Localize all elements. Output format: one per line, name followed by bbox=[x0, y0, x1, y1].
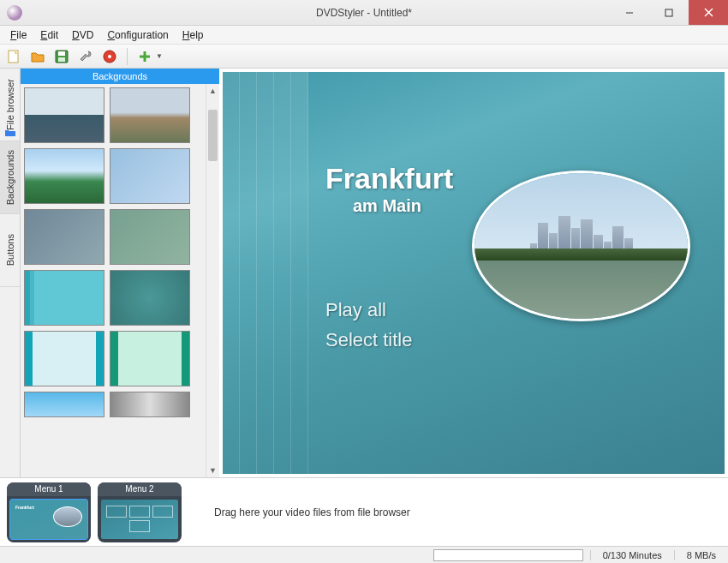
folder-icon bbox=[4, 129, 16, 137]
preview-image-ellipse[interactable] bbox=[472, 171, 690, 321]
menu-file[interactable]: File bbox=[3, 27, 33, 43]
menu-thumb-1[interactable]: Menu 1 Frankfurt bbox=[7, 482, 91, 542]
play-all-button[interactable]: Play all bbox=[325, 299, 386, 321]
new-button[interactable] bbox=[3, 46, 24, 67]
bg-thumb-9[interactable] bbox=[24, 331, 104, 386]
backgrounds-grid bbox=[21, 84, 206, 477]
bg-thumb-7[interactable] bbox=[24, 270, 104, 326]
menu-bar: File Edit DVD Configuration Help bbox=[0, 26, 728, 45]
maximize-icon bbox=[665, 9, 673, 17]
window-controls bbox=[610, 0, 728, 25]
status-bar: 0/130 Minutes 8 MB/s bbox=[0, 546, 728, 563]
menu-thumb-2-preview bbox=[101, 500, 178, 539]
drag-hint: Drag here your video files from file bro… bbox=[214, 506, 410, 518]
bg-thumb-3[interactable] bbox=[24, 148, 104, 204]
close-button[interactable] bbox=[689, 0, 728, 25]
tab-file-browser[interactable]: File browser bbox=[0, 69, 20, 141]
preview-trees bbox=[474, 249, 688, 261]
menu-thumb-1-preview: Frankfurt bbox=[10, 500, 87, 539]
toolbar-separator bbox=[127, 48, 128, 65]
bg-thumb-8[interactable] bbox=[110, 270, 190, 326]
preview-area: Frankfurt am Main Play all Select title bbox=[219, 69, 728, 477]
bg-thumb-10[interactable] bbox=[110, 331, 190, 386]
scroll-down-icon[interactable]: ▼ bbox=[206, 464, 219, 477]
minimize-button[interactable] bbox=[610, 0, 649, 25]
preview-sky bbox=[474, 173, 688, 261]
select-title-button[interactable]: Select title bbox=[325, 329, 413, 351]
svg-rect-8 bbox=[58, 57, 65, 62]
backgrounds-scrollbar[interactable]: ▲ ▼ bbox=[206, 84, 219, 477]
status-minutes: 0/130 Minutes bbox=[590, 550, 674, 560]
svg-point-10 bbox=[108, 55, 111, 58]
toolbar: ▼ bbox=[0, 45, 728, 69]
bg-thumb-11[interactable] bbox=[24, 392, 104, 417]
tab-buttons[interactable]: Buttons bbox=[0, 214, 20, 287]
timeline[interactable]: Menu 1 Frankfurt Menu 2 Drag here your v… bbox=[0, 477, 728, 546]
burn-button[interactable] bbox=[99, 46, 120, 67]
disc-usage-progress bbox=[433, 549, 583, 561]
backgrounds-scroll: ▲ ▼ bbox=[21, 84, 219, 477]
maximize-button[interactable] bbox=[649, 0, 689, 25]
svg-rect-4 bbox=[9, 51, 18, 63]
preview-title[interactable]: Frankfurt bbox=[325, 162, 453, 195]
bg-thumb-2[interactable] bbox=[110, 87, 190, 143]
main-area: File browser Backgrounds Buttons Backgro… bbox=[0, 69, 728, 477]
burn-disc-icon bbox=[102, 49, 117, 64]
title-bar: DVDStyler - Untitled* bbox=[0, 0, 728, 26]
open-folder-icon bbox=[30, 49, 45, 64]
svg-rect-7 bbox=[58, 51, 65, 56]
preview-stripes bbox=[223, 72, 308, 474]
scroll-up-icon[interactable]: ▲ bbox=[206, 84, 219, 98]
save-icon bbox=[54, 49, 69, 64]
tab-backgrounds[interactable]: Backgrounds bbox=[0, 141, 20, 214]
preview-subtitle[interactable]: am Main bbox=[353, 196, 421, 216]
backgrounds-header: Backgrounds bbox=[21, 69, 219, 84]
minimize-icon bbox=[625, 9, 634, 17]
add-icon bbox=[137, 49, 152, 64]
menu-configuration[interactable]: Configuration bbox=[100, 27, 175, 43]
menu-thumb-2[interactable]: Menu 2 bbox=[98, 482, 182, 542]
menu-help[interactable]: Help bbox=[176, 27, 211, 43]
tab-file-browser-label: File browser bbox=[5, 79, 15, 130]
bg-thumb-4[interactable] bbox=[110, 148, 190, 204]
menu-thumb-2-label: Menu 2 bbox=[98, 482, 182, 496]
add-dropdown[interactable]: ▼ bbox=[155, 46, 164, 67]
backgrounds-panel: Backgrounds ▲ ▼ bbox=[21, 69, 219, 477]
side-tabs: File browser Backgrounds Buttons bbox=[0, 69, 21, 477]
save-button[interactable] bbox=[51, 46, 72, 67]
bg-thumb-5[interactable] bbox=[24, 209, 104, 265]
open-button[interactable] bbox=[27, 46, 48, 67]
bg-thumb-1[interactable] bbox=[24, 87, 104, 143]
close-icon bbox=[704, 8, 713, 17]
add-button-group: ▼ bbox=[134, 46, 164, 67]
tab-buttons-label: Buttons bbox=[5, 234, 15, 266]
svg-rect-1 bbox=[665, 9, 672, 16]
bg-thumb-12[interactable] bbox=[110, 392, 190, 417]
scrollbar-thumb[interactable] bbox=[208, 110, 218, 161]
status-bitrate: 8 MB/s bbox=[674, 550, 728, 560]
settings-button[interactable] bbox=[75, 46, 96, 67]
add-button[interactable] bbox=[134, 46, 155, 67]
app-icon bbox=[7, 5, 22, 21]
menu-preview[interactable]: Frankfurt am Main Play all Select title bbox=[223, 72, 725, 474]
tab-backgrounds-label: Backgrounds bbox=[5, 150, 15, 205]
wrench-icon bbox=[78, 49, 93, 64]
new-file-icon bbox=[6, 49, 21, 64]
menu-thumb-1-label: Menu 1 bbox=[7, 482, 91, 496]
menu-edit[interactable]: Edit bbox=[33, 27, 65, 43]
menu-dvd[interactable]: DVD bbox=[65, 27, 100, 43]
preview-water bbox=[474, 261, 688, 319]
bg-thumb-6[interactable] bbox=[110, 209, 190, 265]
